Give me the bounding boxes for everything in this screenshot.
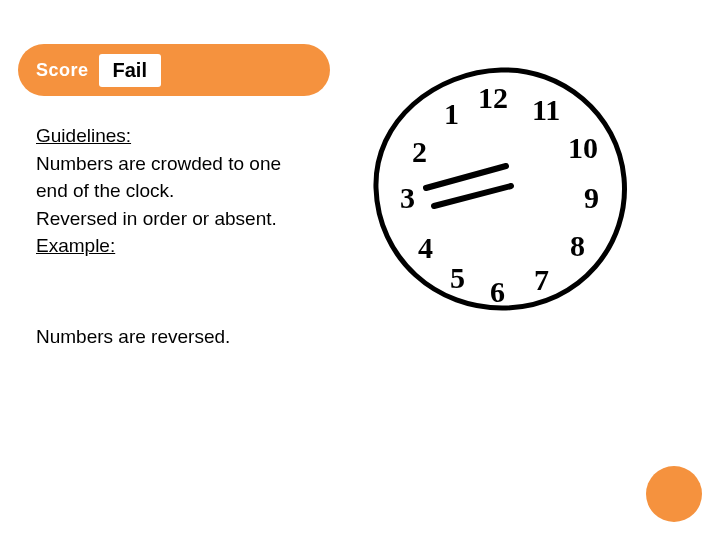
clock-num-6: 6	[490, 275, 505, 308]
clock-drawing: 12 11 10 9 8 7 6 5 4 3 2 1	[356, 58, 646, 318]
clock-num-7: 7	[534, 263, 549, 296]
clock-num-8: 8	[570, 229, 585, 262]
accent-circle-icon	[646, 466, 702, 522]
guidelines-line-1: Numbers are crowded to one end of the cl…	[36, 150, 316, 205]
score-value: Fail	[113, 59, 147, 81]
clock-num-1: 1	[444, 97, 459, 130]
clock-num-2: 2	[412, 135, 427, 168]
guidelines-block: Guidelines: Numbers are crowded to one e…	[36, 122, 316, 260]
guidelines-line-2: Reversed in order or absent.	[36, 205, 316, 233]
example-heading: Example:	[36, 232, 316, 260]
clock-num-10: 10	[568, 131, 598, 164]
score-label: Score	[36, 60, 89, 81]
clock-num-5: 5	[450, 261, 465, 294]
clock-num-9: 9	[584, 181, 599, 214]
note-block: Numbers are reversed.	[36, 326, 316, 348]
score-pill: Score Fail	[18, 44, 330, 96]
clock-num-4: 4	[418, 231, 433, 264]
clock-num-3: 3	[400, 181, 415, 214]
score-value-container: Fail	[99, 54, 161, 87]
clock-num-11: 11	[532, 93, 560, 126]
clock-svg: 12 11 10 9 8 7 6 5 4 3 2 1	[356, 58, 646, 318]
guidelines-heading: Guidelines:	[36, 122, 316, 150]
clock-num-12: 12	[478, 81, 508, 114]
note-text: Numbers are reversed.	[36, 326, 316, 348]
